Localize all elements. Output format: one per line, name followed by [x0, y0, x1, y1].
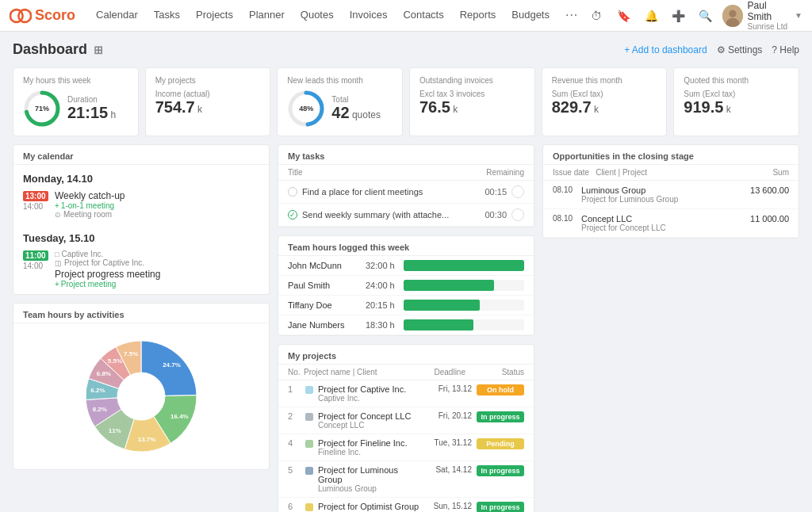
task-checkbox[interactable]: [288, 187, 297, 197]
nav-item-tasks[interactable]: Tasks: [146, 0, 188, 32]
stat-content: Income (actual) 754.7 k: [155, 90, 261, 117]
project-info: Project for Captive Inc. Captive Inc.: [318, 384, 423, 403]
stat-main-value: 42 quotes: [331, 104, 381, 122]
project-row[interactable]: 5 Project for Luminous Group Luminous Gr…: [278, 461, 534, 498]
project-client: Concept LLC: [318, 421, 423, 430]
add-icon[interactable]: ➕: [668, 5, 688, 27]
stat-values: Sum (Excl tax) 829.7 k: [552, 90, 603, 117]
activities-panel-title: Team hours by activities: [13, 304, 269, 323]
calendar-event-0[interactable]: 13:00 14:00 Weekly catch-up + 1-on-1 mee…: [23, 188, 259, 221]
pie-label: 24.7%: [163, 361, 181, 369]
pie-label: 5.5%: [108, 357, 122, 365]
donut-chart: 71%: [23, 90, 61, 128]
tasks-col-title: Title: [288, 168, 303, 177]
dashboard-header: Dashboard ⊞ + Add to dashboard ⚙ Setting…: [13, 41, 799, 58]
user-menu[interactable]: Paul Smith Sunrise Ltd ▼: [722, 0, 802, 31]
project-row[interactable]: 6 Project for Optimist Group Optimist Gr…: [278, 498, 534, 512]
dashboard-actions: + Add to dashboard ⚙ Settings ? Help: [624, 44, 799, 55]
event-title-2: Project progress meeting: [55, 269, 259, 280]
project-info: Project for Luminous Group Luminous Grou…: [318, 465, 423, 493]
project-color-indicator: [305, 467, 313, 475]
nav-item-projects[interactable]: Projects: [188, 0, 241, 32]
stat-values: Excl tax 3 invoices 76.5 k: [419, 90, 485, 117]
left-column: My calendar Monday, 14.10 13:00 14:00 We…: [13, 144, 270, 512]
nav-item-calendar[interactable]: Calendar: [88, 0, 146, 32]
page-title: Dashboard: [13, 41, 87, 58]
stat-card-2[interactable]: New leads this month 48% Total 42 quotes: [277, 67, 403, 136]
projects-panel: My projects No. Project name | Client De…: [278, 344, 534, 512]
nav-item-contacts[interactable]: Contacts: [395, 0, 451, 32]
stat-card-0[interactable]: My hours this week 71% Duration 21:15 h: [13, 67, 139, 136]
stat-title: My hours this week: [23, 76, 128, 85]
team-bar: [404, 260, 524, 271]
user-details: Paul Smith Sunrise Ltd: [748, 0, 791, 31]
opportunity-row[interactable]: 08.10 Luminous Group Project for Luminou…: [543, 181, 799, 209]
stat-card-5[interactable]: Quoted this month Sum (Excl tax) 919.5 k: [673, 67, 799, 136]
opp-project-name: Project for Luminous Group: [581, 195, 735, 204]
logo[interactable]: Scoro: [10, 5, 75, 27]
avatar-image: [722, 5, 743, 27]
nav-item-quotes[interactable]: Quotes: [293, 0, 342, 32]
project-deadline: Tue, 31.12: [428, 438, 472, 447]
stat-content: 71% Duration 21:15 h: [23, 90, 128, 128]
event-company: □ Captive Inc.: [55, 250, 259, 258]
project-status-badge: On hold: [477, 384, 524, 395]
project-title: Project for Fineline Inc.: [318, 438, 423, 448]
pie-chart-svg: 24.7%16.4%13.7%11%8.2%6.2%6.8%5.5%7.5%: [78, 333, 205, 460]
opp-project-name: Project for Concept LLC: [581, 224, 735, 232]
team-row: John McDunn 32:00 h: [278, 256, 534, 276]
project-status-badge: In progress: [477, 411, 524, 422]
project-deadline: Sat, 14.12: [428, 465, 472, 474]
project-row[interactable]: 4 Project for Fineline Inc. Fineline Inc…: [278, 434, 534, 461]
task-checkbox[interactable]: ✓: [288, 210, 297, 220]
task-action-icon[interactable]: [511, 185, 524, 198]
calendar-event-1[interactable]: 11:00 14:00 □ Captive Inc. ◫ Project for…: [23, 247, 259, 291]
project-info: Project for Fineline Inc. Fineline Inc.: [318, 438, 423, 457]
project-client: Luminous Group: [318, 484, 423, 493]
nav-item-planner[interactable]: Planner: [241, 0, 293, 32]
tuesday-label: Tuesday, 15.10: [23, 227, 259, 247]
team-member-hours: 32:00 h: [366, 261, 397, 270]
task-action-icon[interactable]: [511, 208, 524, 221]
opps-col-client: Client | Project: [596, 168, 772, 177]
stat-card-3[interactable]: Outstanding invoices Excl tax 3 invoices…: [409, 67, 535, 136]
stat-sub-label: Total: [331, 95, 381, 104]
add-to-dashboard-button[interactable]: + Add to dashboard: [624, 44, 707, 55]
nav-item-budgets[interactable]: Budgets: [504, 0, 557, 32]
task-row[interactable]: Find a place for client meetings 00:15: [278, 181, 534, 204]
right-column: Opportunities in the closing stage Issue…: [542, 144, 799, 512]
stat-content: Sum (Excl tax) 919.5 k: [684, 90, 789, 117]
project-title: Project for Luminous Group: [318, 465, 423, 484]
stat-content: Sum (Excl tax) 829.7 k: [552, 90, 657, 117]
opps-col-sum: Sum: [772, 168, 789, 177]
project-status-badge: In progress: [477, 465, 524, 476]
project-number: 2: [288, 411, 301, 421]
team-hours-list: John McDunn 32:00 h Paul Smith 24:00 h T…: [278, 256, 534, 335]
project-number: 5: [288, 465, 301, 475]
nav-more-button[interactable]: ···: [557, 0, 586, 32]
settings-button[interactable]: ⚙ Settings: [717, 44, 763, 55]
chevron-down-icon: ▼: [795, 11, 802, 20]
project-title: Project for Concept LLC: [318, 411, 423, 421]
search-icon[interactable]: 🔍: [695, 5, 715, 27]
activities-panel: Team hours by activities 24.7%16.4%13.7%…: [13, 303, 270, 470]
mid-column: My tasks Title Remaining Find a place fo…: [278, 144, 534, 512]
project-number: 4: [288, 438, 301, 448]
help-button[interactable]: ? Help: [772, 44, 799, 55]
project-row[interactable]: 1 Project for Captive Inc. Captive Inc. …: [278, 380, 534, 407]
stat-card-1[interactable]: My projects Income (actual) 754.7 k: [145, 67, 271, 136]
task-row[interactable]: ✓ Send weekly summary (with attache... 0…: [278, 204, 534, 227]
stat-card-4[interactable]: Revenue this month Sum (Excl tax) 829.7 …: [542, 67, 668, 136]
timer-icon[interactable]: ⏱: [586, 5, 607, 27]
event-end-time: 14:00: [23, 201, 48, 212]
stat-sub-label: Excl tax 3 invoices: [419, 90, 485, 98]
project-color-indicator: [305, 503, 313, 511]
avatar: [722, 5, 743, 27]
stats-row: My hours this week 71% Duration 21:15 h …: [13, 67, 799, 136]
notification-icon[interactable]: 🔔: [641, 5, 661, 27]
opportunity-row[interactable]: 08.10 Concept LLC Project for Concept LL…: [543, 209, 799, 238]
nav-item-invoices[interactable]: Invoices: [342, 0, 396, 32]
nav-item-reports[interactable]: Reports: [452, 0, 504, 32]
project-row[interactable]: 2 Project for Concept LLC Concept LLC Fr…: [278, 407, 534, 434]
bookmark-icon[interactable]: 🔖: [614, 5, 634, 27]
